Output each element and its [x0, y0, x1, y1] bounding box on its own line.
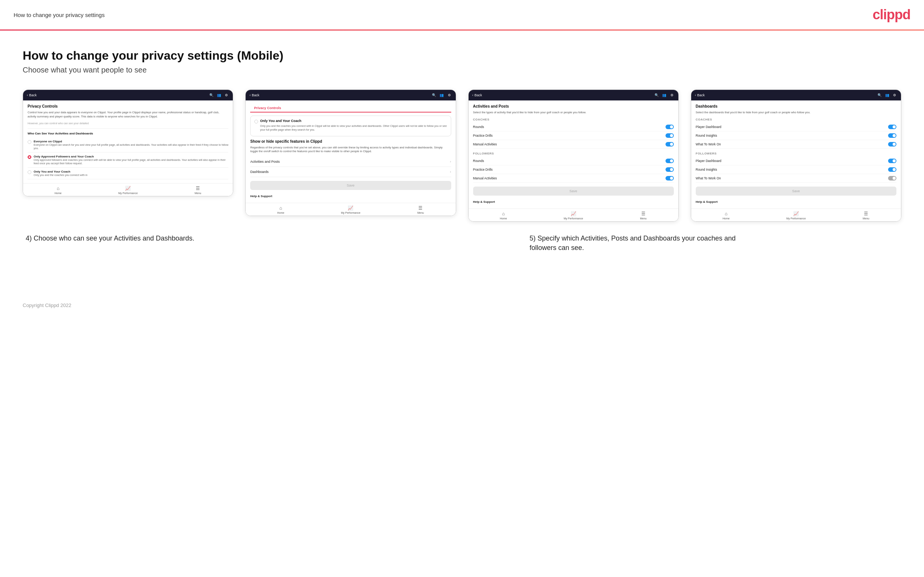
menu-icon: ☰: [196, 186, 200, 191]
mockup4-followers-what-to-work[interactable]: What To Work On: [696, 174, 897, 183]
mockup3-nav-home[interactable]: ⌂ Home: [468, 211, 538, 220]
page-subheading: Choose what you want people to see: [23, 66, 901, 74]
mockup3-followers-label: FOLLOWERS: [473, 152, 674, 155]
mockup4-topbar: ‹ Back 🔍 👥 ⚙: [691, 90, 901, 100]
mockup1-nav-performance[interactable]: 📈 My Performance: [93, 186, 163, 195]
mockup4-coaches-what-to-work[interactable]: What To Work On: [696, 140, 897, 149]
chart-icon: 📈: [125, 186, 131, 191]
mockup2-link-activities[interactable]: Activities and Posts ›: [250, 157, 451, 167]
mockup4-followers-player-dash[interactable]: Player Dashboard: [696, 157, 897, 165]
caption-5: 5) Specify which Activities, Posts and D…: [530, 234, 735, 251]
toggle-coaches-player-dash[interactable]: [888, 125, 897, 129]
toggle-followers-drills[interactable]: [666, 167, 674, 172]
mockup4-bottom-nav: ⌂ Home 📈 My Performance ☰ Menu: [691, 208, 901, 221]
mockup1-who-label: Who Can See Your Activities and Dashboar…: [27, 132, 228, 135]
toggle-followers-rounds[interactable]: [666, 159, 674, 163]
mockup2-tab-bar: Privacy Controls: [250, 104, 451, 113]
settings-icon4: ⚙: [892, 92, 897, 98]
mockup1-option2-text: Only Approved Followers and Your Coach O…: [34, 155, 228, 165]
home-icon: ⌂: [57, 186, 59, 191]
people-icon3: 👥: [662, 92, 667, 98]
mockup3-coaches-drills[interactable]: Practice Drills: [473, 131, 674, 140]
back-chevron-icon: ‹: [27, 93, 28, 97]
mockup4-save-btn[interactable]: Save: [696, 187, 897, 196]
mockup4-coaches-round-insights[interactable]: Round Insights: [696, 131, 897, 140]
toggle-coaches-manual[interactable]: [666, 142, 674, 147]
mockup3-coaches-rounds[interactable]: Rounds: [473, 123, 674, 131]
back-chevron-icon3: ‹: [472, 93, 473, 97]
page-heading: How to change your privacy settings (Mob…: [23, 49, 901, 63]
mockup3-nav-performance[interactable]: 📈 My Performance: [538, 211, 609, 220]
mockup1-topbar-icons: 🔍 👥 ⚙: [208, 92, 229, 98]
mockup1-back: ‹ Back: [27, 93, 37, 97]
mockup4-nav-home[interactable]: ⌂ Home: [691, 211, 761, 220]
mockup1-bottom-nav: ⌂ Home 📈 My Performance ☰ Menu: [23, 183, 233, 196]
home-icon2: ⌂: [279, 205, 282, 211]
toggle-coaches-round-insights[interactable]: [888, 133, 897, 138]
arrow-right-icon: ›: [450, 160, 451, 163]
mockup3-coaches-manual[interactable]: Manual Activities: [473, 140, 674, 149]
mockup4-nav-performance[interactable]: 📈 My Performance: [761, 211, 831, 220]
toggle-followers-round-insights[interactable]: [888, 167, 897, 172]
toggle-followers-player-dash[interactable]: [888, 159, 897, 163]
copyright-text: Copyright Clippd 2022: [23, 303, 71, 308]
mockup2-nav-performance[interactable]: 📈 My Performance: [315, 205, 386, 214]
toggle-coaches-drills[interactable]: [666, 133, 674, 138]
chart-icon2: 📈: [348, 205, 353, 211]
mockup1-option1[interactable]: Everyone on Clippd Everyone on Clippd ca…: [27, 137, 228, 153]
caption-4: 4) Choose who can see your Activities an…: [26, 234, 194, 242]
settings-icon2: ⚙: [447, 92, 452, 98]
mockup1-section-title: Privacy Controls: [27, 104, 228, 108]
back-chevron-icon2: ‹: [249, 93, 250, 97]
mockup3-followers-manual[interactable]: Manual Activities: [473, 174, 674, 183]
mockup3-followers-drills[interactable]: Practice Drills: [473, 165, 674, 174]
toggle-followers-what-to-work[interactable]: [888, 176, 897, 181]
mockup1-option3-radio: [27, 170, 31, 174]
mockup1-option2-radio: [27, 155, 31, 159]
toggle-followers-manual[interactable]: [666, 176, 674, 181]
caption-5-text-block: 5) Specify which Activities, Posts and D…: [527, 234, 766, 253]
mockup3-help: Help & Support: [473, 198, 674, 205]
screenshots-row: ‹ Back 🔍 👥 ⚙ Privacy Controls Control ho…: [23, 90, 901, 222]
mockup-3: ‹ Back 🔍 👥 ⚙ Activities and Posts Select…: [468, 90, 679, 222]
mockup3-nav-menu[interactable]: ☰ Menu: [609, 211, 678, 220]
mockup2-save-btn[interactable]: Save: [250, 181, 451, 190]
mockup4-nav-menu[interactable]: ☰ Menu: [831, 211, 901, 220]
search-icon3: 🔍: [654, 92, 659, 98]
mockup-1: ‹ Back 🔍 👥 ⚙ Privacy Controls Control ho…: [23, 90, 233, 197]
mockup4-help: Help & Support: [696, 198, 897, 205]
top-bar-title: How to change your privacy settings: [14, 12, 105, 18]
mockup4-coaches-player-dash[interactable]: Player Dashboard: [696, 123, 897, 131]
mockup4-followers-round-insights[interactable]: Round Insights: [696, 165, 897, 174]
menu-icon4: ☰: [864, 211, 868, 216]
toggle-coaches-what-to-work[interactable]: [888, 142, 897, 147]
mockup1-body: Control how you and your data appears to…: [27, 111, 228, 119]
mockup1-option2[interactable]: Only Approved Followers and Your Coach O…: [27, 153, 228, 168]
mockup2-popup-text: Only You and Your Coach Only you and the…: [260, 119, 447, 132]
mockup2-tab[interactable]: Privacy Controls: [250, 104, 285, 113]
mockup3-save-btn[interactable]: Save: [473, 187, 674, 196]
people-icon2: 👥: [439, 92, 444, 98]
footer: Copyright Clippd 2022: [0, 293, 924, 317]
toggle-coaches-rounds[interactable]: [666, 125, 674, 129]
home-icon4: ⌂: [725, 211, 727, 216]
captions-row: 4) Choose who can see your Activities an…: [23, 234, 901, 253]
mockup2-link-dashboards[interactable]: Dashboards ›: [250, 167, 451, 177]
mockup2-nav-home[interactable]: ⌂ Home: [246, 205, 315, 214]
mockup1-option3[interactable]: Only You and Your Coach Only you and the…: [27, 168, 228, 179]
mockup2-nav-menu[interactable]: ☰ Menu: [386, 205, 456, 214]
settings-icon3: ⚙: [669, 92, 675, 98]
mockup4-topbar-icons: 🔍 👥 ⚙: [877, 92, 897, 98]
top-bar: How to change your privacy settings clip…: [0, 0, 924, 30]
mockup3-followers-rounds[interactable]: Rounds: [473, 157, 674, 165]
mockup2-help: Help & Support: [250, 192, 451, 199]
search-icon4: 🔍: [877, 92, 882, 98]
mockup2-back: ‹ Back: [249, 93, 259, 97]
mockup1-nav-menu[interactable]: ☰ Menu: [163, 186, 233, 195]
caption-5-spacer: [779, 234, 901, 253]
mockup3-back: ‹ Back: [472, 93, 482, 97]
mockup1-nav-home[interactable]: ⌂ Home: [23, 186, 93, 195]
mockup1-option1-text: Everyone on Clippd Everyone on Clippd ca…: [34, 140, 228, 150]
mockup3-topbar-icons: 🔍 👥 ⚙: [654, 92, 675, 98]
logo: clippd: [872, 7, 910, 23]
